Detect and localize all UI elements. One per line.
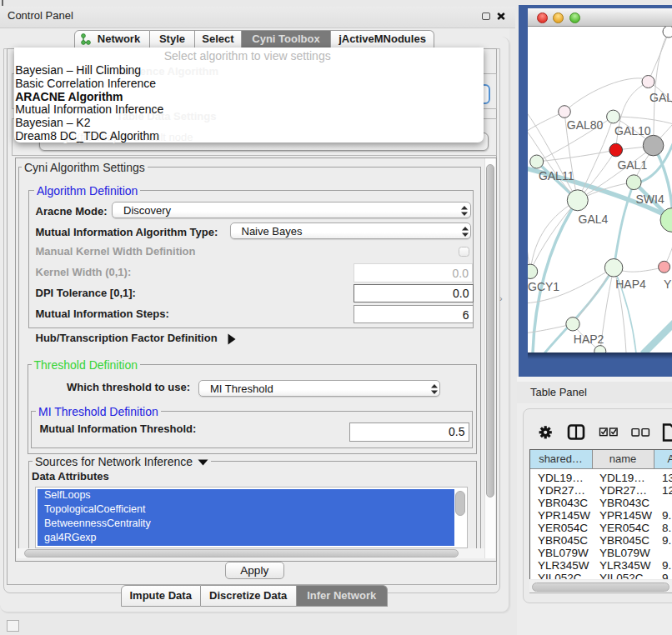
svg-text:HAP2: HAP2 [574,332,604,346]
svg-text:GAL2: GAL2 [649,91,672,104]
svg-text:HAP4: HAP4 [615,278,646,291]
svg-text:GAL11: GAL11 [539,169,574,182]
svg-text:SWI4: SWI4 [636,192,664,206]
svg-text:GAL10: GAL10 [614,124,651,138]
svg-text:GAL1: GAL1 [617,158,647,172]
svg-text:GAL80: GAL80 [567,118,604,132]
svg-text:GAL4: GAL4 [579,212,609,226]
svg-text:YM: YM [664,278,672,291]
svg-text:GCY1: GCY1 [528,280,559,293]
